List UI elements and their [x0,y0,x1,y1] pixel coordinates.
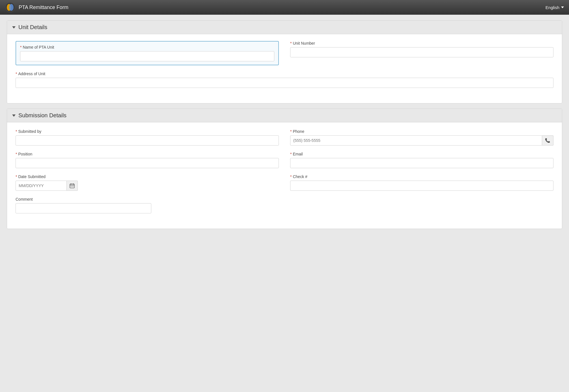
navbar-left: PTA Remittance Form [5,2,68,12]
comment-label: Comment [16,197,151,202]
navbar: PTA Remittance Form English [0,0,569,15]
phone-icon: 📞 [545,138,550,143]
phone-call-button[interactable]: 📞 [542,135,553,146]
required-star-2: * [290,41,292,46]
submission-details-body: * Submitted by * Phone 📞 [7,122,562,229]
submission-row-3: * Date Submitted [16,174,553,191]
required-star-1: * [20,45,21,49]
pta-unit-name-label: * Name of PTA Unit [20,45,274,49]
check-number-input[interactable] [290,181,553,191]
submission-row-1: * Submitted by * Phone 📞 [16,129,553,146]
comment-input[interactable] [16,203,151,213]
unit-details-section: Unit Details * Name of PTA Unit * Unit N… [7,20,562,103]
required-star-7: * [290,152,292,156]
submission-details-title: Submission Details [18,112,66,119]
position-input[interactable] [16,158,279,168]
unit-details-header: Unit Details [7,21,562,34]
submission-details-header: Submission Details [7,109,562,122]
address-group: * Address of Unit [16,72,553,88]
svg-rect-7 [71,186,71,187]
app-logo-icon [5,2,15,12]
address-input[interactable] [16,78,553,88]
calendar-icon [70,183,75,188]
submission-collapse-icon[interactable] [12,114,16,117]
collapse-icon[interactable] [12,26,16,29]
submission-row-4: Comment [16,197,553,213]
calendar-button[interactable] [67,181,78,191]
required-star-8: * [16,174,17,179]
app-title: PTA Remittance Form [19,5,68,10]
unit-number-input[interactable] [290,47,553,57]
email-input[interactable] [290,158,553,168]
svg-rect-9 [73,186,74,187]
submitted-by-group: * Submitted by [16,129,279,146]
submission-details-section: Submission Details * Submitted by * Phon… [7,109,562,229]
phone-label: * Phone [290,129,553,134]
language-label: English [546,5,559,10]
svg-rect-8 [72,186,72,187]
main-content: Unit Details * Name of PTA Unit * Unit N… [0,15,569,235]
email-group: * Email [290,152,553,168]
required-star-3: * [16,72,17,76]
position-label: * Position [16,152,279,156]
unit-number-label: * Unit Number [290,41,553,46]
chevron-down-icon [561,7,564,8]
submitted-by-label: * Submitted by [16,129,279,134]
unit-number-group: * Unit Number [290,41,553,65]
position-group: * Position [16,152,279,168]
submitted-by-input[interactable] [16,135,279,146]
date-input-group [16,181,78,191]
required-star-6: * [16,152,17,156]
unit-details-body: * Name of PTA Unit * Unit Number [7,34,562,103]
phone-input[interactable] [290,135,542,146]
navbar-right[interactable]: English [546,5,564,10]
phone-input-group: 📞 [290,135,553,146]
pta-unit-name-group: * Name of PTA Unit [16,41,279,65]
check-number-label: * Check # [290,174,553,179]
unit-row-1: * Name of PTA Unit * Unit Number [16,41,553,65]
comment-group: Comment [16,197,151,213]
email-label: * Email [290,152,553,156]
date-submitted-group: * Date Submitted [16,174,279,191]
check-number-group: * Check # [290,174,553,191]
phone-group: * Phone 📞 [290,129,553,146]
submission-row-2: * Position * Email [16,152,553,168]
required-star-9: * [290,174,292,179]
unit-row-2: * Address of Unit [16,72,553,88]
date-submitted-label: * Date Submitted [16,174,279,179]
language-selector[interactable]: English [546,5,564,10]
unit-details-title: Unit Details [18,24,47,31]
required-star-4: * [16,129,17,134]
pta-unit-name-input[interactable] [20,51,274,61]
svg-point-2 [9,4,14,11]
address-label: * Address of Unit [16,72,553,76]
date-submitted-input[interactable] [16,181,67,191]
required-star-5: * [290,129,292,134]
